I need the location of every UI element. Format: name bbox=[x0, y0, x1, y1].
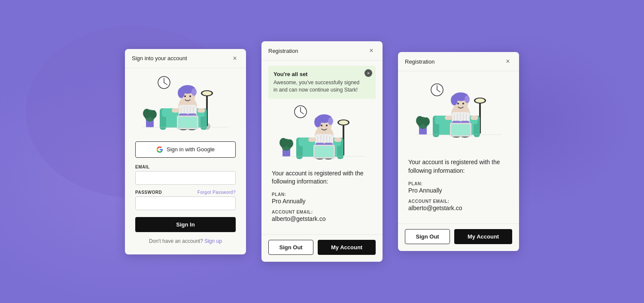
svg-rect-79 bbox=[334, 138, 342, 142]
account-email-value-3: alberto@getstark.co bbox=[408, 205, 509, 211]
svg-point-35 bbox=[189, 95, 191, 97]
svg-point-112 bbox=[451, 95, 458, 105]
success-title: You're all set bbox=[273, 71, 360, 77]
svg-point-46 bbox=[339, 120, 348, 125]
svg-rect-117 bbox=[451, 124, 470, 135]
svg-point-72 bbox=[314, 117, 321, 127]
account-desc-2: Your account is registered with the foll… bbox=[272, 169, 372, 186]
plan-label-3: PLAN: bbox=[408, 181, 509, 186]
account-info-3: Your account is registered with the foll… bbox=[398, 153, 519, 223]
signin-close-button[interactable]: × bbox=[231, 54, 239, 63]
registration-title-2: Registration bbox=[268, 48, 298, 54]
registration-footer-2: Sign Out My Account bbox=[261, 234, 383, 262]
signin-modal: Sign into your account × bbox=[125, 49, 246, 254]
signup-prompt: Don't have an account? Sign up bbox=[125, 238, 246, 244]
svg-point-33 bbox=[191, 88, 197, 96]
signin-button[interactable]: Sign In bbox=[135, 217, 236, 232]
password-field-group: PASSWORD Forgot Password? bbox=[125, 190, 246, 210]
svg-point-113 bbox=[465, 95, 470, 103]
success-text: Awesome, you've successfully signed in a… bbox=[273, 79, 360, 94]
svg-rect-77 bbox=[315, 146, 334, 157]
success-close-button[interactable]: × bbox=[365, 69, 372, 77]
svg-point-49 bbox=[279, 138, 287, 147]
svg-point-50 bbox=[286, 139, 293, 148]
success-banner: You're all set Awesome, you've successfu… bbox=[268, 66, 376, 99]
registration-modal-plain: Registration × bbox=[398, 52, 519, 251]
google-icon bbox=[156, 146, 163, 153]
account-email-label-3: ACCOUNT EMAIL: bbox=[408, 199, 509, 204]
password-input[interactable] bbox=[135, 196, 236, 210]
plan-value-3: Pro Annually bbox=[408, 187, 509, 194]
google-signin-button[interactable]: Sign in with Google bbox=[135, 141, 236, 158]
svg-point-86 bbox=[475, 98, 485, 103]
my-account-button-3[interactable]: My Account bbox=[454, 229, 512, 244]
svg-rect-118 bbox=[445, 116, 453, 120]
email-input[interactable] bbox=[135, 171, 236, 185]
sign-out-button-3[interactable]: Sign Out bbox=[405, 229, 450, 244]
registration-close-button-3[interactable]: × bbox=[504, 57, 512, 66]
signin-illustration bbox=[125, 68, 246, 141]
svg-point-115 bbox=[462, 103, 464, 104]
google-btn-label: Sign in with Google bbox=[167, 146, 215, 153]
signin-modal-header: Sign into your account × bbox=[125, 49, 246, 68]
registration-modal-header-2: Registration × bbox=[261, 41, 383, 61]
email-label: EMAIL bbox=[135, 165, 236, 169]
svg-point-9 bbox=[143, 109, 151, 118]
password-label: PASSWORD Forgot Password? bbox=[135, 190, 236, 195]
account-info-2: Your account is registered with the foll… bbox=[261, 164, 383, 234]
registration-title-3: Registration bbox=[405, 58, 434, 65]
svg-point-32 bbox=[178, 88, 185, 98]
registration-illustration-svg-3 bbox=[411, 78, 506, 147]
plan-label-2: PLAN: bbox=[272, 192, 372, 197]
svg-rect-78 bbox=[308, 138, 316, 142]
email-field-group: EMAIL bbox=[125, 165, 246, 185]
svg-point-89 bbox=[416, 116, 424, 125]
svg-point-5 bbox=[202, 91, 212, 95]
signin-illustration-svg bbox=[138, 70, 233, 139]
svg-point-75 bbox=[326, 125, 328, 126]
registration-footer-3: Sign Out My Account bbox=[398, 223, 519, 251]
registration-illustration-svg-2 bbox=[275, 104, 369, 164]
svg-point-73 bbox=[328, 117, 333, 125]
account-email-value-2: alberto@getstark.co bbox=[272, 215, 372, 222]
sign-out-button-2[interactable]: Sign Out bbox=[268, 240, 313, 255]
svg-point-114 bbox=[457, 103, 459, 104]
registration-close-button-2[interactable]: × bbox=[367, 46, 376, 55]
my-account-button-2[interactable]: My Account bbox=[318, 240, 376, 255]
registration-illustration-2 bbox=[261, 104, 383, 164]
account-desc-3: Your account is registered with the foll… bbox=[408, 158, 509, 175]
svg-point-10 bbox=[150, 110, 157, 119]
svg-point-34 bbox=[184, 95, 186, 97]
registration-illustration-3 bbox=[398, 71, 519, 153]
svg-rect-37 bbox=[178, 117, 197, 128]
registration-modal-success: Registration × You're all set Awesome, y… bbox=[261, 41, 383, 262]
plan-value-2: Pro Annually bbox=[272, 198, 372, 205]
svg-rect-39 bbox=[197, 108, 205, 113]
svg-point-74 bbox=[321, 125, 322, 126]
svg-rect-38 bbox=[172, 108, 179, 113]
svg-point-90 bbox=[423, 117, 430, 126]
registration-modal-header-3: Registration × bbox=[398, 52, 519, 71]
account-email-label-2: ACCOUNT EMAIL: bbox=[272, 210, 372, 214]
signin-modal-title: Sign into your account bbox=[132, 55, 187, 61]
forgot-password-link[interactable]: Forgot Password? bbox=[197, 190, 236, 195]
svg-rect-119 bbox=[471, 116, 478, 120]
signup-link[interactable]: Sign up bbox=[204, 238, 222, 244]
